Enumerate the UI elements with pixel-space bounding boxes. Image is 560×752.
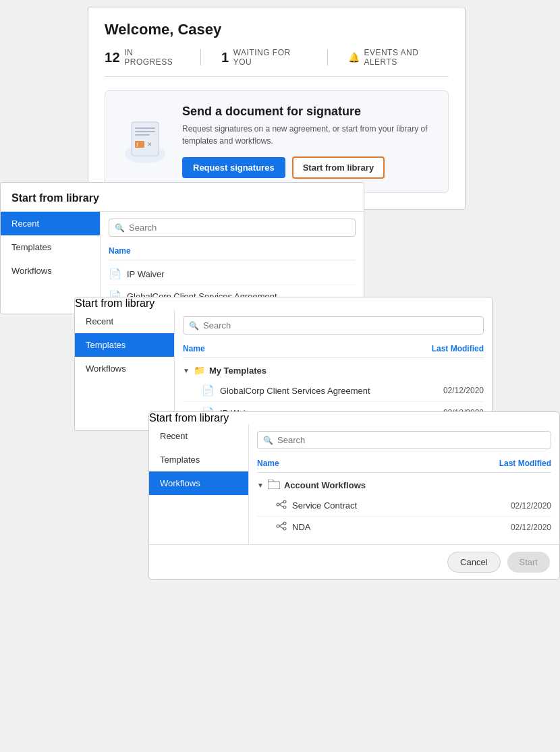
col-header-3: Name Last Modified [257, 456, 551, 473]
svg-rect-2 [135, 127, 155, 129]
svg-line-17 [279, 523, 283, 526]
workflow-item-1: Service Contract [292, 500, 505, 511]
stat-divider-2 [327, 49, 328, 65]
panel3-sidebar: Recent Templates Workflows [149, 424, 249, 544]
svg-rect-4 [135, 134, 150, 136]
panel3-body: Recent Templates Workflows 🔍 Name Last M… [149, 424, 559, 544]
document-illustration: ! ✕ [121, 117, 169, 167]
search-bar-1: 🔍 [109, 219, 356, 237]
folder-row-templates[interactable]: ▼ 📁 My Templates [183, 361, 484, 380]
svg-line-18 [279, 526, 283, 529]
col-name-1: Name [109, 246, 131, 256]
card-buttons: Request signatures Start from library [182, 156, 432, 179]
doc-icon-1: 📄 [109, 268, 121, 280]
col-header-2: Name Last Modified [183, 341, 484, 358]
panel3-content: 🔍 Name Last Modified ▼ Account Workflows… [249, 424, 559, 544]
workflow-icon-2 [276, 521, 287, 533]
search-input-2[interactable] [203, 320, 478, 330]
list-item[interactable]: 📄 GlobalCorp Client Services Agreement 0… [183, 380, 484, 402]
list-item[interactable]: Service Contract 02/12/2020 [257, 495, 551, 517]
bell-icon: 🔔 [348, 52, 360, 63]
start-button[interactable]: Start [507, 552, 550, 573]
search-icon-1: 🔍 [115, 223, 125, 233]
search-icon-3: 🔍 [263, 436, 273, 445]
stat-waiting: 1 WAITING FOR YOU [221, 48, 307, 67]
svg-line-13 [279, 504, 283, 507]
search-icon-2: 🔍 [189, 321, 199, 330]
nav-workflows-2[interactable]: Workflows [75, 357, 174, 380]
workflow-icon-1 [276, 500, 287, 511]
in-progress-count: 12 [105, 50, 120, 65]
col-name-2: Name [183, 344, 205, 353]
folder-row-workflows[interactable]: ▼ Account Workflows [257, 475, 551, 495]
workflow-item-2: NDA [292, 522, 505, 532]
workflow-folder-icon [268, 480, 280, 491]
nav-workflows-1[interactable]: Workflows [1, 259, 100, 283]
send-card-description: Request signatures on a new agreement, o… [182, 123, 432, 147]
cancel-button[interactable]: Cancel [447, 552, 500, 573]
workflow-date-2: 02/12/2020 [511, 523, 551, 532]
folder-arrow-icon-2: ▼ [257, 482, 264, 489]
svg-rect-8 [268, 482, 280, 489]
folder-arrow-icon: ▼ [183, 367, 190, 374]
search-input-1[interactable] [129, 223, 349, 233]
workflow-date-1: 02/12/2020 [511, 501, 551, 511]
stat-alerts: 🔔 EVENTS AND ALERTS [348, 48, 449, 67]
svg-point-16 [283, 527, 286, 530]
svg-rect-1 [132, 122, 159, 156]
svg-text:!: ! [136, 142, 138, 148]
svg-point-15 [283, 522, 286, 525]
panel2-title: Start from library [75, 297, 492, 310]
dashboard-panel: Welcome, Casey 12 IN PROGRESS 1 WAITING … [88, 7, 466, 210]
nav-templates-1[interactable]: Templates [1, 235, 100, 259]
nav-workflows-3[interactable]: Workflows [149, 471, 248, 495]
stats-bar: 12 IN PROGRESS 1 WAITING FOR YOU 🔔 EVENT… [105, 48, 449, 77]
folder-name-templates: My Templates [209, 366, 267, 376]
search-bar-2: 🔍 [183, 316, 484, 335]
stat-in-progress: 12 IN PROGRESS [105, 48, 180, 67]
svg-point-14 [277, 525, 279, 527]
alerts-label: EVENTS AND ALERTS [364, 48, 449, 67]
svg-rect-3 [135, 131, 155, 132]
svg-point-10 [283, 500, 286, 503]
template-item-1: GlobalCorp Client Services Agreement [220, 386, 438, 396]
send-card-content: Send a document for signature Request si… [182, 105, 432, 179]
panel3-footer: Cancel Start [149, 544, 559, 579]
nav-recent-3[interactable]: Recent [149, 424, 248, 448]
list-item[interactable]: 📄 IP Waiver [109, 263, 356, 285]
nav-templates-2[interactable]: Templates [75, 333, 174, 357]
svg-text:✕: ✕ [147, 141, 152, 148]
nav-recent-2[interactable]: Recent [75, 310, 174, 333]
list-item[interactable]: NDA 02/12/2020 [257, 517, 551, 538]
in-progress-label: IN PROGRESS [124, 48, 180, 67]
svg-point-11 [283, 506, 286, 509]
svg-line-12 [279, 502, 283, 504]
template-date-1: 02/12/2020 [443, 386, 484, 395]
waiting-label: WAITING FOR YOU [233, 48, 307, 67]
search-input-3[interactable] [277, 435, 545, 445]
svg-point-9 [277, 503, 279, 506]
start-from-library-button[interactable]: Start from library [292, 156, 385, 179]
send-document-card: ! ✕ Send a document for signature Reques… [105, 90, 449, 193]
panel1-title: Start from library [1, 183, 364, 212]
item-name-1: IP Waiver [127, 269, 165, 279]
stat-divider-1 [200, 49, 201, 65]
col-name-3: Name [257, 459, 279, 468]
folder-icon: 📁 [194, 365, 205, 376]
col-header-1: Name [109, 243, 356, 260]
welcome-title: Welcome, Casey [105, 21, 449, 38]
request-signatures-button[interactable]: Request signatures [182, 157, 285, 178]
library-panel-recent: Start from library Recent Templates Work… [0, 182, 364, 314]
library-panel-workflows: Start from library Recent Templates Work… [148, 411, 560, 580]
search-bar-3: 🔍 [257, 431, 551, 449]
send-card-title: Send a document for signature [182, 105, 432, 119]
col-modified-2: Last Modified [432, 344, 484, 353]
panel3-title: Start from library [149, 412, 559, 424]
waiting-count: 1 [221, 50, 229, 65]
col-modified-3: Last Modified [499, 459, 551, 468]
nav-recent-1[interactable]: Recent [1, 212, 100, 235]
folder-name-workflows: Account Workflows [284, 480, 366, 490]
doc-icon-3: 📄 [202, 384, 215, 397]
nav-templates-3[interactable]: Templates [149, 448, 248, 471]
